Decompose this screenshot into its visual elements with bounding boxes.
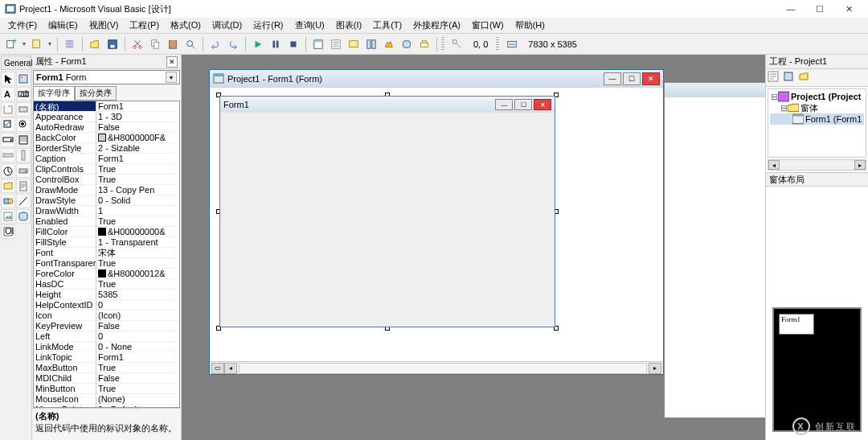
property-row[interactable]: ControlBoxTrue xyxy=(34,175,179,185)
tool-image[interactable] xyxy=(1,209,15,224)
minimize-button[interactable]: — xyxy=(776,1,805,17)
secondary-window[interactable]: — ☐ ✕ ▴ ▾ xyxy=(664,82,765,418)
tool-combobox[interactable] xyxy=(1,133,15,147)
property-row[interactable]: FillColor&H00000000& xyxy=(34,227,179,237)
form-layout-pane[interactable]: Form1 xyxy=(766,187,868,440)
object-selector[interactable]: Form1 Form ▼ xyxy=(33,70,180,84)
properties-button[interactable] xyxy=(328,36,344,52)
add-project-button[interactable]: + xyxy=(3,36,19,52)
tab-alphabetic[interactable]: 按字母序 xyxy=(33,86,75,101)
property-row[interactable]: Icon(Icon) xyxy=(34,310,179,321)
cut-button[interactable] xyxy=(129,36,145,52)
property-row[interactable]: LinkTopicForm1 xyxy=(34,352,179,363)
copy-button[interactable] xyxy=(147,36,163,52)
tool-hscroll[interactable] xyxy=(1,148,15,162)
designer-close-button[interactable]: ✕ xyxy=(642,72,660,85)
designer-minimize-button[interactable]: — xyxy=(604,72,621,85)
form-close-button[interactable]: ✕ xyxy=(534,99,551,110)
property-row[interactable]: Appearance1 - 3D xyxy=(34,112,179,122)
menu-item[interactable]: 编辑(E) xyxy=(43,19,83,32)
property-row[interactable]: FillStyle1 - Transparent xyxy=(34,237,179,248)
view-object-button[interactable] xyxy=(783,71,797,85)
project-folder[interactable]: 窗体 xyxy=(800,102,818,113)
data-view-button[interactable] xyxy=(399,36,415,52)
tree-scroll-track[interactable] xyxy=(780,160,854,170)
properties-close-button[interactable]: ✕ xyxy=(166,56,178,68)
scroll-left-button[interactable]: ◂ xyxy=(224,363,237,374)
form-maximize-button[interactable]: ☐ xyxy=(514,99,532,110)
menu-item[interactable]: 文件(F) xyxy=(3,19,42,32)
toolbox-button[interactable] xyxy=(381,36,397,52)
tool-ole[interactable]: OLE xyxy=(1,224,15,239)
project-explorer-button[interactable] xyxy=(310,36,326,52)
project-form-node[interactable]: Form1 (Form1 xyxy=(805,113,862,125)
tool-frame[interactable] xyxy=(1,102,15,117)
property-row[interactable]: FontTransparentTrue xyxy=(34,258,179,269)
menu-item[interactable]: 外接程序(A) xyxy=(408,19,465,32)
property-row[interactable]: MouseIcon(None) xyxy=(34,394,179,405)
form-design-surface[interactable]: Form1 — ☐ ✕ xyxy=(216,93,559,331)
menu-item[interactable]: 工具(T) xyxy=(368,19,407,32)
property-row[interactable]: ForeColor&H80000012& xyxy=(34,269,179,279)
form-minimize-button[interactable]: — xyxy=(495,99,513,110)
component-button[interactable] xyxy=(416,36,432,52)
tree-scroll-right[interactable]: ▸ xyxy=(854,160,866,170)
menu-item[interactable]: 格式(O) xyxy=(166,19,206,32)
tool-textbox[interactable]: ab xyxy=(16,87,31,101)
close-button[interactable]: ✕ xyxy=(834,1,863,17)
tool-pointer[interactable] xyxy=(1,72,15,86)
redo-button[interactable] xyxy=(225,36,241,52)
property-row[interactable]: CaptionForm1 xyxy=(34,154,179,164)
property-row[interactable]: AutoRedrawFalse xyxy=(34,122,179,133)
property-row[interactable]: MaxButtonTrue xyxy=(34,363,179,373)
designer-maximize-button[interactable]: ☐ xyxy=(623,72,641,85)
property-row[interactable]: BorderStyle2 - Sizable xyxy=(34,143,179,154)
stop-button[interactable] xyxy=(285,36,301,52)
property-row[interactable]: HasDCTrue xyxy=(34,279,179,290)
property-row[interactable]: ClipControlsTrue xyxy=(34,164,179,175)
tool-drive[interactable] xyxy=(16,163,31,178)
layout-miniform[interactable]: Form1 xyxy=(779,314,814,335)
toggle-folders-button[interactable] xyxy=(798,71,813,85)
dropdown-arrow-icon[interactable]: ▼ xyxy=(166,72,177,83)
form-grid-area[interactable] xyxy=(220,113,555,327)
tree-scroll-left[interactable]: ◂ xyxy=(768,160,780,170)
property-grid[interactable]: (名称)Form1Appearance1 - 3DAutoRedrawFalse… xyxy=(33,101,180,408)
menu-item[interactable]: 运行(R) xyxy=(248,19,288,32)
menu-item[interactable]: 工程(P) xyxy=(125,19,164,32)
menu-item[interactable]: 窗口(W) xyxy=(467,19,509,32)
tool-shape[interactable] xyxy=(1,194,15,208)
menu-item[interactable]: 帮助(H) xyxy=(510,19,550,32)
tool-line[interactable] xyxy=(16,194,31,208)
project-tree[interactable]: ⊟Project1 (Project ⊟窗体 Form1 (Form1 xyxy=(768,88,866,158)
property-row[interactable]: Height5385 xyxy=(34,290,179,300)
property-row[interactable]: DrawMode13 - Copy Pen xyxy=(34,185,179,195)
toolbar-grip[interactable] xyxy=(496,37,499,51)
toolbar-grip[interactable] xyxy=(441,37,444,51)
tool-picturebox[interactable] xyxy=(16,72,31,86)
splitter-button[interactable]: ▭ xyxy=(211,363,224,374)
tool-button[interactable] xyxy=(16,102,31,117)
property-row[interactable]: DrawStyle0 - Solid xyxy=(34,195,179,206)
property-row[interactable]: Left0 xyxy=(34,331,179,342)
tool-label[interactable]: A xyxy=(1,87,15,101)
menu-item[interactable]: 图表(I) xyxy=(331,19,366,32)
property-row[interactable]: HelpContextID0 xyxy=(34,300,179,310)
add-form-button[interactable] xyxy=(29,36,45,52)
tool-checkbox[interactable] xyxy=(1,117,15,132)
form-designer-window[interactable]: Project1 - Form1 (Form) — ☐ ✕ xyxy=(209,69,664,375)
undo-button[interactable] xyxy=(207,36,223,52)
property-row[interactable]: MinButtonTrue xyxy=(34,384,179,394)
pause-button[interactable] xyxy=(268,36,284,52)
form-layout-button[interactable] xyxy=(346,36,362,52)
property-row[interactable]: MDIChildFalse xyxy=(34,373,179,384)
view-code-button[interactable] xyxy=(768,71,782,85)
property-row[interactable]: (名称)Form1 xyxy=(34,101,179,112)
save-button[interactable] xyxy=(104,36,121,52)
tool-file[interactable] xyxy=(16,179,31,193)
tool-listbox[interactable] xyxy=(16,133,31,147)
menu-item[interactable]: 视图(V) xyxy=(84,19,124,32)
tool-dir[interactable] xyxy=(1,179,15,193)
project-root[interactable]: Project1 (Project xyxy=(791,91,861,102)
property-row[interactable]: Font宋体 xyxy=(34,248,179,258)
